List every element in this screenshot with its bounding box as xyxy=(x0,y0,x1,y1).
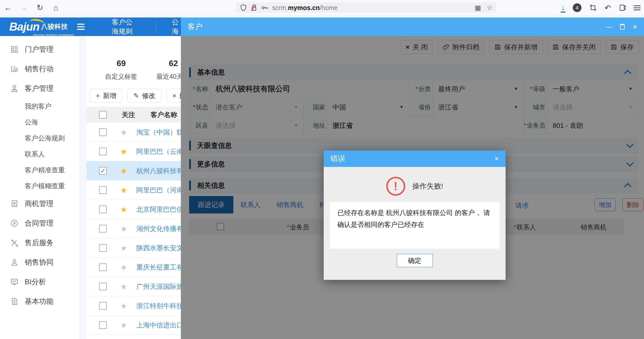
star-icon[interactable]: ★ xyxy=(119,224,128,233)
sidebar-item-sales-action[interactable]: 销售行动 xyxy=(0,59,79,79)
error-exclamation-icon: ! xyxy=(386,177,405,196)
home-icon[interactable]: ⌂ xyxy=(48,3,64,12)
bookmark-star-icon[interactable]: ☆ xyxy=(487,4,493,12)
sidebar-item-contacts[interactable]: 联系人 xyxy=(0,146,79,162)
table-row[interactable]: ★ 阿里巴巴（云南） xyxy=(86,142,181,161)
sidebar-item-sales-collab[interactable]: 销售协同 xyxy=(0,253,79,272)
customer-table-header: 关注 客户名称 xyxy=(86,107,181,123)
receipt-yen-icon xyxy=(10,200,19,208)
tab-public-pool[interactable]: 公海 xyxy=(172,17,181,36)
url-text[interactable]: scrm.mymos.cn/home xyxy=(272,4,475,12)
undo-icon[interactable]: ↶ xyxy=(605,3,611,12)
table-row[interactable]: ★ 广州天涯国际旅行 xyxy=(86,277,181,296)
customer-window-titlebar: 客户 — × xyxy=(181,17,644,36)
table-row[interactable]: ★ 阿里巴巴（河南） xyxy=(86,181,181,200)
star-icon[interactable]: ★ xyxy=(119,321,128,330)
error-dialog: 错误 × ! 操作失败! 已经存在名称是 杭州八骏科技有限公司 的客户， 请确认… xyxy=(324,150,506,280)
sidebar-item-after-sales[interactable]: 售后服务 xyxy=(0,233,79,253)
page-top-strip xyxy=(0,15,644,17)
dialog-title: 错误 xyxy=(330,154,345,164)
sidebar-item-fuzzy-dedupe[interactable]: 客户模糊查重 xyxy=(0,178,79,194)
error-message: 已经存在名称是 杭州八骏科技有限公司 的客户， 请确认是否相同的客户已经存在 xyxy=(330,202,500,249)
star-icon[interactable]: ★ xyxy=(119,205,128,214)
sidebar-item-bi[interactable]: BI分析 xyxy=(0,272,79,292)
delete-customer-button[interactable]: × 删除 xyxy=(166,89,181,103)
plus-icon: + xyxy=(96,92,100,100)
screenshot-crop-icon[interactable] xyxy=(589,4,597,12)
forward-icon[interactable]: → xyxy=(16,3,32,12)
ok-button[interactable]: 确定 xyxy=(397,254,433,267)
sidebar-gap xyxy=(79,36,86,339)
downloads-icon[interactable]: ↓ xyxy=(561,4,565,12)
qr-code-icon[interactable]: ▦ xyxy=(475,4,481,12)
table-row[interactable]: ★ 重庆长征重工有限 xyxy=(86,258,181,277)
logo-cn-text: 八骏科技 xyxy=(41,22,68,31)
maximize-icon[interactable] xyxy=(620,24,625,30)
row-checkbox[interactable] xyxy=(99,128,107,136)
sidebar-item-my-customers[interactable]: 我的客户 xyxy=(0,98,79,114)
table-row-selected[interactable]: ✓ ★ 杭州八骏科技有限 xyxy=(86,161,181,181)
grid-icon xyxy=(10,45,19,53)
row-checkbox-checked[interactable]: ✓ xyxy=(99,167,107,175)
select-all-checkbox[interactable] xyxy=(99,111,107,119)
table-row[interactable]: ★ 淘宝（中国）软件 xyxy=(86,123,181,142)
row-checkbox[interactable] xyxy=(99,302,107,310)
url-bar[interactable]: scrm.mymos.cn/home ▦ ☆ xyxy=(236,2,496,13)
sidebar-item-portal[interactable]: 门户管理 xyxy=(0,40,79,59)
row-checkbox[interactable] xyxy=(99,263,107,271)
table-row[interactable]: ★ 上海中信进出口有 xyxy=(86,316,181,335)
row-checkbox[interactable] xyxy=(99,321,107,329)
collapse-menu-icon[interactable] xyxy=(77,22,85,31)
star-icon[interactable]: ★ xyxy=(119,263,128,272)
sidebar-item-public-pool[interactable]: 公海 xyxy=(0,114,79,130)
star-icon[interactable]: ★ xyxy=(119,128,128,137)
row-checkbox[interactable] xyxy=(99,186,107,194)
add-customer-button[interactable]: + 新增 xyxy=(90,89,122,103)
sidebar-item-basic[interactable]: 基本功能 xyxy=(0,292,79,311)
star-icon[interactable]: ★ xyxy=(119,166,128,175)
star-icon[interactable]: ★ xyxy=(119,301,128,310)
panel-title: 客户 xyxy=(188,22,202,32)
table-row[interactable]: ★ 陕西水墨长安文化 xyxy=(86,238,181,258)
minimize-icon[interactable]: — xyxy=(606,23,612,30)
browser-chrome: ← → ↻ ⌂ scrm.mymos.cn/home ▦ ☆ ↓ 4 ↶ xyxy=(0,0,644,15)
row-checkbox[interactable] xyxy=(99,225,107,233)
dialog-close-icon[interactable]: × xyxy=(494,155,499,163)
lock-slash-icon[interactable] xyxy=(250,4,258,12)
star-icon[interactable]: ★ xyxy=(119,282,128,291)
sidebar-item-opportunity[interactable]: 商机管理 xyxy=(0,194,79,213)
customer-detail-panel: × 关 闭 附件归档 保存并新增 保存并关闭 保存 基本信息 xyxy=(181,36,644,339)
star-icon[interactable]: ★ xyxy=(119,244,128,253)
key-icon[interactable] xyxy=(261,4,269,12)
back-icon[interactable]: ← xyxy=(0,3,16,12)
table-row[interactable]: ★ 湖州文化传播有限 xyxy=(86,219,181,238)
table-row[interactable]: ★ 浙江特别牛科技有 xyxy=(86,296,181,316)
coin-yen-icon xyxy=(10,219,19,227)
sidebar-item-contract[interactable]: 合同管理 xyxy=(0,213,79,233)
sidebar-toggle-icon[interactable] xyxy=(619,4,626,12)
user-tie-icon xyxy=(10,84,19,93)
shield-icon[interactable] xyxy=(240,4,247,12)
star-icon[interactable]: ★ xyxy=(119,147,128,156)
tab-customer-pool-rules[interactable]: 客户公海规则 xyxy=(112,17,139,36)
extension-badge[interactable]: 4 xyxy=(573,3,581,12)
window-close-icon[interactable]: × xyxy=(632,23,637,31)
app-header: Bajun 八骏科技 Anyone,Anytime,Anywhere! 客户公海… xyxy=(0,17,644,36)
row-checkbox[interactable] xyxy=(99,148,107,155)
edit-customer-button[interactable]: ✎ 修改 xyxy=(127,89,161,103)
star-icon[interactable]: ★ xyxy=(119,186,128,195)
row-checkbox[interactable] xyxy=(99,244,107,252)
sidebar-item-exact-dedupe[interactable]: 客户精准查重 xyxy=(0,162,79,178)
row-checkbox[interactable] xyxy=(99,283,107,290)
table-row[interactable]: ★ 北京阿里巴巴信息 xyxy=(86,200,181,219)
document-icon xyxy=(10,297,19,306)
sidebar-item-pool-rules[interactable]: 客户公海规则 xyxy=(0,130,79,146)
menu-icon[interactable] xyxy=(634,4,640,12)
error-dialog-titlebar: 错误 × xyxy=(324,150,506,167)
stat-40days[interactable]: 62 最近40天未 xyxy=(156,59,181,81)
row-checkbox[interactable] xyxy=(99,206,107,213)
monitor-chart-icon xyxy=(10,278,19,286)
stat-custom-tags[interactable]: 69 自定义标签 xyxy=(101,59,142,81)
reload-icon[interactable]: ↻ xyxy=(32,3,48,12)
sidebar-item-customer-mgmt[interactable]: 客户管理 xyxy=(0,79,79,98)
